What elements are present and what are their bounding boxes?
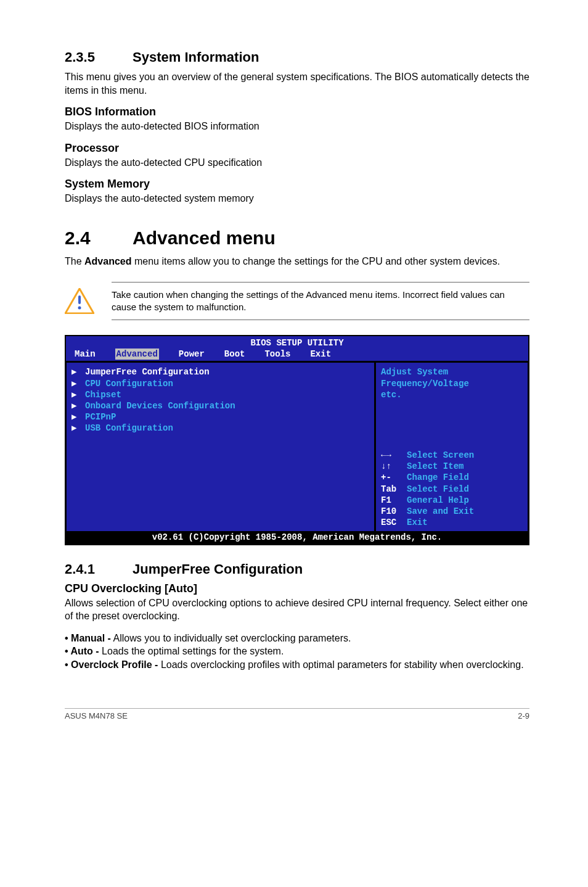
heading-2-4: 2.4 Advanced menu [65, 228, 529, 249]
system-memory-text: Displays the auto-detected system memory [65, 192, 529, 205]
key-sym: ←→ [381, 450, 391, 460]
key-label: Change Field [407, 472, 469, 482]
bios-help-line2: Frequency/Voltage [381, 378, 523, 389]
opt-auto-t: Loads the optimal settings for the syste… [99, 646, 284, 656]
s24-intro-c: menu items allow you to change the setti… [131, 256, 500, 266]
heading-num: 2.4.1 [65, 561, 133, 577]
opt-auto-b: • Auto - [65, 646, 99, 656]
system-memory-heading: System Memory [65, 178, 529, 191]
s24-intro-a: The [65, 256, 84, 266]
heading-text: JumperFree Configuration [133, 561, 303, 577]
bios-help-line3: etc. [381, 389, 523, 400]
arrow-icon: ▶ [71, 378, 79, 389]
key-sym: +- [381, 472, 391, 482]
bios-copyright: v02.61 (C)Copyright 1985-2008, American … [66, 531, 528, 543]
heading-2-4-1: 2.4.1 JumperFree Configuration [65, 561, 529, 577]
bios-items-panel: ▶JumperFree Configuration ▶CPU Configura… [66, 363, 375, 532]
opt-manual-b: • Manual - [65, 633, 111, 643]
s24-intro: The Advanced menu items allow you to cha… [65, 255, 529, 268]
bios-item-jumperfree[interactable]: JumperFree Configuration [85, 366, 210, 377]
bios-item-chipset[interactable]: Chipset [85, 389, 121, 400]
caution-text: Take caution when changing the settings … [112, 289, 529, 314]
cpu-overclock-text: Allows selection of CPU overclocking opt… [65, 596, 529, 623]
opt-overclock: • Overclock Profile - Loads overclocking… [65, 658, 529, 672]
heading-text: System Information [133, 49, 259, 65]
key-sym: F1 [381, 495, 391, 505]
key-label: Save and Exit [407, 506, 474, 516]
bios-item-usb[interactable]: USB Configuration [85, 423, 173, 434]
bios-tab-tools[interactable]: Tools [264, 349, 290, 360]
key-label: Select Field [407, 484, 469, 494]
caution-note: Take caution when changing the settings … [65, 282, 529, 321]
s235-intro: This menu gives you an overview of the g… [65, 70, 529, 97]
bios-help-panel: Adjust System Frequency/Voltage etc. ←→ … [375, 363, 528, 532]
arrow-icon: ▶ [71, 389, 79, 400]
footer-left: ASUS M4N78 SE [65, 711, 128, 720]
caution-icon [65, 288, 94, 314]
bios-item-onboard[interactable]: Onboard Devices Configuration [85, 400, 235, 411]
key-sym: ↓↑ [381, 461, 391, 471]
bios-title: BIOS SETUP UTILITY [66, 336, 528, 349]
arrow-icon: ▶ [71, 400, 79, 411]
opt-auto: • Auto - Loads the optimal settings for … [65, 645, 529, 658]
bios-help-line1: Adjust System [381, 366, 523, 377]
heading-num: 2.3.5 [65, 49, 133, 65]
key-label: Exit [407, 518, 428, 527]
bios-info-heading: BIOS Information [65, 105, 529, 118]
opt-overclock-t: Loads overclocking profiles with optimal… [158, 659, 523, 670]
key-sym: Tab [381, 484, 396, 494]
key-sym: F10 [381, 506, 396, 516]
arrow-icon: ▶ [71, 411, 79, 423]
heading-2-3-5: 2.3.5 System Information [65, 49, 529, 65]
bios-tab-power[interactable]: Power [179, 349, 205, 360]
opt-manual-t: Allows you to individually set overclock… [111, 633, 351, 643]
bios-item-pcipnp[interactable]: PCIPnP [85, 411, 116, 423]
heading-text: Advanced menu [133, 228, 276, 249]
opt-overclock-b: • Overclock Profile - [65, 659, 158, 670]
svg-point-2 [78, 306, 81, 309]
bios-item-cpu[interactable]: CPU Configuration [85, 378, 173, 389]
key-label: General Help [407, 495, 469, 505]
bios-key-legend: ←→ Select Screen ↓↑ Select Item +- Chang… [381, 450, 523, 528]
bios-info-text: Displays the auto-detected BIOS informat… [65, 120, 529, 133]
bios-setup-utility: BIOS SETUP UTILITY Main Advanced Power B… [65, 335, 529, 545]
bios-tab-boot[interactable]: Boot [224, 349, 245, 360]
cpu-overclock-heading: CPU Overclocking [Auto] [65, 582, 529, 595]
bios-tab-main[interactable]: Main [75, 349, 96, 360]
s24-intro-b: Advanced [84, 256, 131, 266]
arrow-icon: ▶ [71, 366, 79, 377]
key-label: Select Item [407, 461, 463, 471]
processor-text: Displays the auto-detected CPU specifica… [65, 156, 529, 170]
arrow-icon: ▶ [71, 423, 79, 434]
opt-manual: • Manual - Allows you to individually se… [65, 632, 529, 645]
processor-heading: Processor [65, 142, 529, 155]
svg-rect-1 [78, 295, 81, 304]
footer-right: 2-9 [518, 711, 529, 720]
bios-menubar: Main Advanced Power Boot Tools Exit [66, 349, 528, 362]
bios-tab-advanced[interactable]: Advanced [115, 349, 159, 360]
heading-num: 2.4 [65, 228, 133, 249]
page-footer: ASUS M4N78 SE 2-9 [65, 708, 529, 720]
key-label: Select Screen [407, 450, 474, 460]
bios-tab-exit[interactable]: Exit [310, 349, 331, 360]
key-sym: ESC [381, 518, 396, 527]
